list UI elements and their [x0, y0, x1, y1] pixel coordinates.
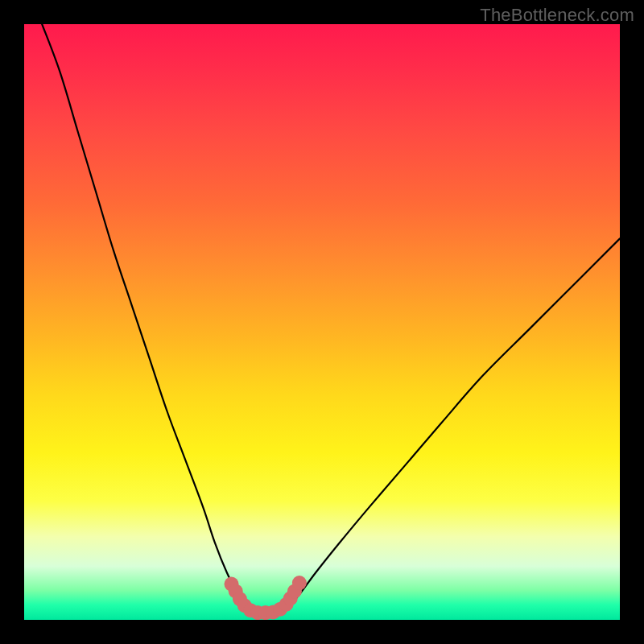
chart-svg	[24, 24, 620, 620]
watermark-text: TheBottleneck.com	[480, 5, 634, 26]
chart-frame: TheBottleneck.com	[0, 0, 644, 644]
valley-marker	[292, 576, 307, 590]
plot-area	[24, 24, 620, 620]
marker-group	[225, 576, 307, 620]
bottleneck-curve	[42, 24, 620, 614]
curve-group	[42, 24, 620, 614]
